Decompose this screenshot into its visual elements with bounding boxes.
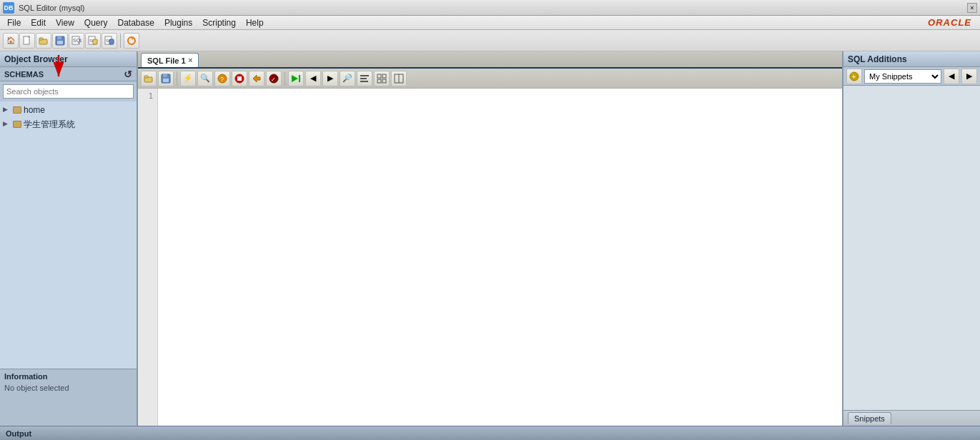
svg-rect-23 xyxy=(237,76,242,81)
next-btn[interactable]: ▶ xyxy=(322,71,338,86)
sql-open-button[interactable]: SQL xyxy=(85,33,101,49)
menu-plugins[interactable]: Plugins xyxy=(160,16,197,29)
menu-query[interactable]: Query xyxy=(80,16,112,29)
object-browser-panel: Object Browser SCHEMAS ↺ ▶ home ▶ 学生管理系统… xyxy=(0,51,138,426)
save-button[interactable] xyxy=(52,33,68,49)
output-bar: Output xyxy=(0,426,980,440)
svg-rect-0 xyxy=(24,36,29,44)
menu-scripting[interactable]: Scripting xyxy=(198,16,240,29)
svg-rect-13 xyxy=(109,39,114,44)
menu-database[interactable]: Database xyxy=(114,16,159,29)
execute-btn[interactable]: ⚡ xyxy=(180,71,196,86)
sql-additions-panel: SQL Additions + My Snippets ◀ ▶ Snippets xyxy=(842,51,980,426)
tree-label-home: home xyxy=(24,105,45,115)
snippets-tab[interactable]: Snippets xyxy=(848,412,891,424)
reconnect-button[interactable] xyxy=(124,33,139,49)
search-box-wrap xyxy=(0,81,137,101)
tree-arrow-student-mgmt: ▶ xyxy=(3,120,11,129)
svg-rect-10 xyxy=(93,39,97,44)
object-browser-header: Object Browser xyxy=(0,51,137,67)
schemas-refresh-button[interactable]: ↺ xyxy=(124,69,132,80)
tree-item-home[interactable]: ▶ home xyxy=(0,103,137,117)
schema-tree: ▶ home ▶ 学生管理系统 xyxy=(0,101,137,369)
svg-text:SQL: SQL xyxy=(73,38,81,44)
menu-bar: File Edit View Query Database Plugins Sc… xyxy=(0,16,980,30)
split-btn[interactable] xyxy=(391,71,407,86)
editor-content-area[interactable] xyxy=(159,89,842,426)
svg-marker-24 xyxy=(253,75,260,82)
schemas-header: SCHEMAS ↺ xyxy=(0,67,137,81)
menu-file[interactable]: File xyxy=(3,16,25,29)
svg-rect-32 xyxy=(377,74,381,78)
svg-rect-5 xyxy=(57,41,63,44)
snippets-select[interactable]: My Snippets xyxy=(864,69,941,84)
oracle-logo: ORACLE xyxy=(928,17,977,28)
snippets-next-button[interactable]: ▶ xyxy=(961,69,977,84)
svg-rect-2 xyxy=(39,38,43,40)
execute-all-btn[interactable] xyxy=(288,71,304,86)
menu-help[interactable]: Help xyxy=(242,16,268,29)
sql-additions-title: SQL Additions xyxy=(848,54,907,64)
schemas-label: SCHEMAS xyxy=(4,70,44,79)
object-browser-title: Object Browser xyxy=(4,54,68,64)
sql-new-button[interactable]: SQL xyxy=(69,33,84,49)
svg-rect-31 xyxy=(360,81,368,82)
home-button[interactable]: 🏠 xyxy=(3,33,19,49)
main-layout: Object Browser SCHEMAS ↺ ▶ home ▶ 学生管理系统… xyxy=(0,51,980,426)
tree-arrow-home: ▶ xyxy=(3,106,11,114)
sql-file-1-tab[interactable]: SQL File 1 × xyxy=(141,53,199,67)
window-title: SQL Editor (mysql) xyxy=(19,4,963,12)
schema-icon-student-mgmt xyxy=(13,121,21,128)
search-input[interactable] xyxy=(3,84,134,99)
sql-toolbar: ⚡ 🔍 ? ✓ ◀ ▶ 🔎 xyxy=(138,69,842,89)
tree-label-student-mgmt: 学生管理系统 xyxy=(24,119,75,131)
app-icon: DB xyxy=(3,2,14,14)
line-number-1: 1 xyxy=(139,91,156,103)
menu-view[interactable]: View xyxy=(51,16,79,29)
svg-rect-19 xyxy=(163,79,169,82)
snippets-prev-button[interactable]: ◀ xyxy=(944,69,959,84)
sql-save-file-btn[interactable] xyxy=(158,71,174,86)
rollback-btn[interactable] xyxy=(249,71,264,86)
svg-rect-16 xyxy=(144,76,148,78)
editor-panel: SQL File 1 × ⚡ 🔍 ? ✓ xyxy=(138,51,842,426)
zoom-btn[interactable]: 🔎 xyxy=(340,71,355,86)
snippets-footer: Snippets xyxy=(843,410,980,426)
title-bar: DB SQL Editor (mysql) × xyxy=(0,0,980,16)
svg-marker-27 xyxy=(292,75,298,82)
add-snippet-button[interactable]: + xyxy=(846,69,862,84)
open-button[interactable] xyxy=(36,33,51,49)
svg-text:+: + xyxy=(852,73,856,81)
prev-btn[interactable]: ◀ xyxy=(305,71,321,86)
grid-btn[interactable] xyxy=(374,71,390,86)
stop-execute-btn[interactable] xyxy=(232,71,247,86)
sql-save-button[interactable]: SQL xyxy=(102,33,117,49)
format-btn[interactable] xyxy=(357,71,372,86)
tab-bar: SQL File 1 × xyxy=(138,51,842,69)
svg-rect-35 xyxy=(382,79,386,83)
information-panel: Information No object selected xyxy=(0,369,137,426)
schema-icon-home xyxy=(13,106,21,114)
main-toolbar: 🏠 SQL SQL SQL xyxy=(0,30,980,51)
new-file-button[interactable] xyxy=(19,33,35,49)
snippets-content xyxy=(843,86,980,410)
sql-open-file-btn[interactable] xyxy=(141,71,157,86)
menu-edit[interactable]: Edit xyxy=(26,16,50,29)
info-text: No object selected xyxy=(4,384,132,392)
svg-text:?: ? xyxy=(220,76,224,83)
explain-btn[interactable]: ? xyxy=(214,71,230,86)
svg-rect-29 xyxy=(360,75,369,76)
sql-editor[interactable]: 1 xyxy=(138,89,842,426)
svg-text:✓: ✓ xyxy=(271,76,276,83)
svg-rect-34 xyxy=(377,79,381,83)
commit-btn[interactable]: ✓ xyxy=(266,71,282,86)
output-label: Output xyxy=(6,429,31,438)
line-numbers: 1 xyxy=(138,89,158,426)
svg-rect-33 xyxy=(382,74,386,78)
svg-rect-18 xyxy=(163,74,167,77)
tree-item-student-mgmt[interactable]: ▶ 学生管理系统 xyxy=(0,117,137,131)
tab-close-button[interactable]: × xyxy=(189,56,193,64)
sql-additions-header: SQL Additions xyxy=(843,51,980,67)
window-close-button[interactable]: × xyxy=(967,3,977,13)
find-btn[interactable]: 🔍 xyxy=(197,71,213,86)
